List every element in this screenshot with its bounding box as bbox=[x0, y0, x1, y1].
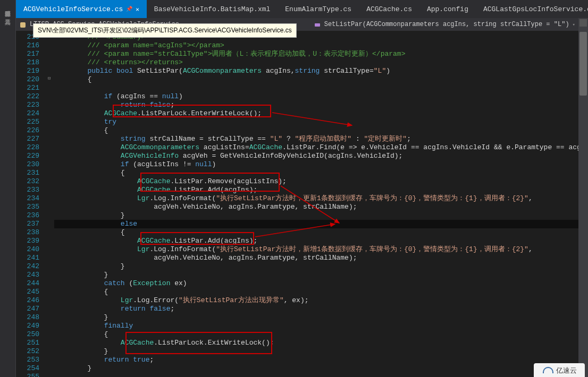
code-token: } bbox=[54, 262, 125, 270]
code-line[interactable]: acgVeh.VehicleNo, acgIns.Paramtype, strC… bbox=[54, 203, 578, 211]
code-token: { bbox=[54, 288, 108, 296]
code-line[interactable]: ACGCache.ListPar.Remove(acgListIns); bbox=[54, 177, 578, 186]
code-token: , bbox=[528, 194, 533, 202]
tab-enumalarmtype-cs[interactable]: EnumAlarmType.cs bbox=[278, 0, 359, 18]
code-line[interactable]: Lgr.Log.Error("执行SetListPar方法出现异常", ex); bbox=[54, 296, 578, 305]
tab-app-config[interactable]: App.config bbox=[419, 0, 476, 18]
code-token bbox=[54, 92, 104, 100]
code-line[interactable]: ACGCache.ListParLock.ExitWriteLock(); bbox=[54, 339, 578, 347]
code-line[interactable]: else bbox=[54, 220, 578, 228]
code-token: .Log.InfoFormat( bbox=[149, 194, 216, 202]
code-line[interactable]: } bbox=[54, 271, 578, 279]
code-token: /// <returns></returns> bbox=[54, 58, 183, 66]
code-line[interactable]: { bbox=[54, 169, 578, 177]
line-number: 242 bbox=[16, 262, 39, 271]
line-number: 220 bbox=[16, 75, 39, 84]
code-line[interactable]: if (acgListIns != null) bbox=[54, 160, 578, 169]
code-editor[interactable]: 2152162172182192202212222232242252262272… bbox=[16, 31, 578, 377]
code-token: acgListIns= bbox=[199, 143, 249, 151]
sidebar-item-toolbox[interactable]: 工具箱 bbox=[0, 11, 14, 19]
line-number: 240 bbox=[16, 245, 39, 254]
code-token: public bbox=[87, 67, 112, 75]
breadcrumb-right[interactable]: SetListPar(ACGCommonparameters acgIns, s… bbox=[314, 21, 578, 28]
code-token: strCallType= bbox=[320, 67, 373, 75]
split-horizontal-icon[interactable] bbox=[579, 19, 587, 27]
code-token: : bbox=[351, 135, 364, 143]
code-line[interactable]: ACGCache.ListPar.Add(acgIns); bbox=[54, 237, 578, 245]
code-line[interactable]: Lgr.Log.InfoFormat("执行SetListPar方法时，更新1条… bbox=[54, 194, 578, 203]
code-token: "执行SetListPar方法出现异常" bbox=[179, 296, 284, 304]
tab-basevehicleinfo-batismap-xml[interactable]: BaseVehicleInfo.BatisMap.xml bbox=[147, 0, 278, 18]
breadcrumb-method-text: SetListPar(ACGCommonparameters acgIns, s… bbox=[324, 21, 569, 28]
tab-acgvehicleinfoservice-cs[interactable]: ACGVehicleInfoService.cs📌✕ bbox=[16, 0, 147, 18]
code-line[interactable]: return false; bbox=[54, 305, 578, 313]
code-line[interactable]: { bbox=[54, 228, 578, 237]
code-line[interactable]: ACGCache.ListParLock.EnterWriteLock(); bbox=[54, 109, 578, 118]
code-line[interactable]: { bbox=[54, 75, 578, 84]
code-line[interactable]: /// <returns></returns> bbox=[54, 58, 578, 67]
code-line[interactable]: /// <param name="strCallType">调用者（L：表示程序… bbox=[54, 50, 578, 58]
vertical-scrollbar[interactable] bbox=[579, 32, 587, 96]
tab-acglastgpslocinfoservice-cs[interactable]: ACGLastGpsLocInfoService.cs bbox=[476, 0, 588, 18]
fold-minus-icon[interactable]: ⊟ bbox=[48, 75, 51, 81]
left-sidebar: 服务器资源管理器 工具箱 bbox=[0, 0, 16, 377]
code-line[interactable]: ACGCache.ListPar.Add(acgIns); bbox=[54, 186, 578, 194]
code-line[interactable]: Lgr.Log.InfoFormat("执行SetListPar方法时，新增1条… bbox=[54, 245, 578, 254]
sidebar-item-server-explorer[interactable]: 服务器资源管理器 bbox=[0, 2, 14, 11]
code-line[interactable]: string strCallName = strCallType == "L" … bbox=[54, 135, 578, 143]
code-token bbox=[54, 152, 121, 160]
code-line[interactable] bbox=[54, 84, 578, 92]
line-number: 248 bbox=[16, 313, 39, 322]
code-line[interactable]: ACGVehicleInfo acgVeh = GetVehicleInfoBy… bbox=[54, 152, 578, 160]
code-token: .ListParLock.EnterWriteLock(); bbox=[137, 109, 262, 117]
code-line[interactable]: { bbox=[54, 288, 578, 296]
code-line[interactable]: try bbox=[54, 118, 578, 126]
line-number: 250 bbox=[16, 330, 39, 339]
code-token bbox=[54, 160, 121, 168]
code-area[interactable]: /// </summary> /// <param name="acgIns">… bbox=[54, 31, 578, 377]
code-line[interactable]: return true; bbox=[54, 356, 578, 364]
code-line[interactable]: acgVeh.VehicleNo, acgIns.Paramtype, strC… bbox=[54, 254, 578, 262]
code-token: if bbox=[121, 160, 129, 168]
code-token: false bbox=[149, 101, 170, 109]
code-line[interactable]: if (acgIns == null) bbox=[54, 92, 578, 101]
code-token: ; bbox=[149, 356, 154, 364]
code-line[interactable]: } bbox=[54, 347, 578, 356]
code-token: /// <param name="acgIns"></param> bbox=[54, 41, 224, 49]
code-token: ACGCache bbox=[137, 237, 170, 245]
code-line[interactable]: ACGCommonparameters acgListIns=ACGCache.… bbox=[54, 143, 578, 152]
close-icon[interactable]: ✕ bbox=[136, 6, 139, 13]
code-token: acgIns, bbox=[262, 67, 295, 75]
code-token: .ListPar.Add(acgIns); bbox=[170, 237, 257, 245]
tooltip-path: SVN\全部\02VMS_ITS\开发区\02编码\APP\LTISP.ACG.… bbox=[33, 23, 297, 38]
code-token: ( bbox=[125, 279, 133, 287]
code-line[interactable]: { bbox=[54, 330, 578, 339]
code-line[interactable]: } bbox=[54, 313, 578, 322]
code-token: (acgIns == bbox=[112, 92, 162, 100]
code-line[interactable]: catch (Exception ex) bbox=[54, 279, 578, 288]
code-line[interactable]: return false; bbox=[54, 101, 578, 109]
code-token bbox=[54, 237, 137, 245]
line-number: 237 bbox=[16, 220, 39, 228]
tab-label: BaseVehicleInfo.BatisMap.xml bbox=[154, 5, 270, 13]
code-line[interactable]: /// <param name="acgIns"></param> bbox=[54, 41, 578, 50]
code-line[interactable]: } bbox=[54, 262, 578, 271]
code-line[interactable]: } bbox=[54, 364, 578, 373]
code-line[interactable]: } bbox=[54, 211, 578, 220]
line-number: 247 bbox=[16, 305, 39, 313]
line-number: 238 bbox=[16, 228, 39, 237]
code-token: ACGCache bbox=[121, 339, 154, 347]
code-line[interactable]: finally bbox=[54, 322, 578, 330]
code-token: ACGCache bbox=[137, 186, 170, 194]
code-line[interactable]: public bool SetListPar(ACGCommonparamete… bbox=[54, 67, 578, 75]
code-line[interactable] bbox=[54, 373, 578, 377]
tab-label: ACGVehicleInfoService.cs bbox=[23, 5, 123, 13]
code-token bbox=[54, 177, 137, 185]
code-token: .ListParLock.ExitWriteLock(); bbox=[154, 339, 274, 347]
pin-icon[interactable]: 📌 bbox=[126, 6, 132, 12]
method-icon bbox=[314, 21, 321, 28]
code-line[interactable]: { bbox=[54, 126, 578, 135]
code-token: ACGCache bbox=[137, 177, 170, 185]
line-number: 244 bbox=[16, 279, 39, 288]
tab-acgcache-cs[interactable]: ACGCache.cs bbox=[359, 0, 419, 18]
